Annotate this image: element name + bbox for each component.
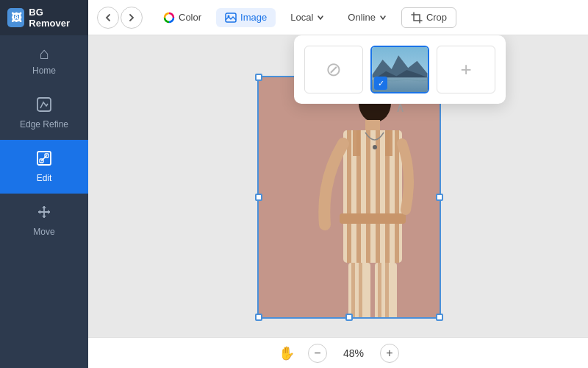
local-chevron-icon	[317, 14, 324, 21]
online-label: Online	[348, 12, 376, 23]
image-slot-mountain[interactable]: ✓	[370, 46, 429, 93]
canvas-area[interactable]: ⊘	[88, 35, 588, 337]
home-icon: ⌂	[39, 46, 49, 62]
check-icon: ✓	[378, 79, 384, 88]
sidebar-item-home[interactable]: ⌂ Home	[0, 35, 88, 86]
zoom-in-icon: +	[386, 347, 392, 360]
svg-rect-21	[395, 130, 399, 263]
toolbar: Color Image Local Online	[88, 0, 588, 35]
handle-bottom-middle[interactable]	[345, 314, 353, 321]
handle-right-middle[interactable]	[436, 194, 443, 201]
local-button[interactable]: Local	[282, 8, 333, 26]
handle-top-left[interactable]	[255, 74, 262, 81]
sidebar-item-move[interactable]: Move	[0, 194, 88, 247]
svg-rect-22	[353, 130, 360, 156]
nav-forward-button[interactable]	[121, 7, 143, 29]
svg-rect-18	[366, 130, 370, 263]
svg-rect-16	[347, 130, 351, 263]
sidebar-item-label: Edge Refine	[20, 119, 68, 130]
nav-controls	[97, 7, 143, 29]
online-button[interactable]: Online	[339, 8, 395, 26]
svg-rect-19	[376, 130, 380, 263]
svg-rect-30	[385, 263, 389, 317]
selected-check-badge: ✓	[374, 77, 387, 90]
sidebar-item-edge-refine[interactable]: Edge Refine	[0, 86, 88, 140]
local-label: Local	[290, 12, 313, 23]
svg-rect-23	[385, 130, 392, 156]
zoom-in-button[interactable]: +	[380, 344, 399, 363]
crop-label: Crop	[426, 12, 447, 23]
popup-arrow: ∧	[395, 101, 405, 114]
image-slot-add[interactable]: +	[437, 46, 495, 93]
nav-back-button[interactable]	[97, 7, 119, 29]
color-button[interactable]: Color	[154, 8, 210, 27]
svg-rect-28	[359, 263, 362, 317]
edge-refine-icon	[36, 96, 52, 116]
empty-slot-icon: ⊘	[326, 58, 342, 81]
zoom-out-icon: −	[314, 347, 320, 360]
image-slot-empty[interactable]: ⊘	[304, 46, 363, 93]
sidebar-item-label: Move	[33, 227, 54, 237]
add-slot-icon: +	[460, 58, 471, 81]
sidebar-item-label: Home	[32, 66, 56, 76]
image-label: Image	[240, 12, 267, 23]
move-icon	[36, 204, 52, 223]
sidebar-item-label: Edit	[37, 173, 52, 183]
hand-tool-button[interactable]: ✋	[277, 344, 296, 363]
person-svg	[259, 77, 440, 317]
online-chevron-icon	[379, 14, 387, 21]
svg-rect-29	[378, 263, 381, 317]
sidebar: 🖼 BG Remover ⌂ Home Edge Refine Edit	[0, 0, 88, 368]
subject-image[interactable]	[257, 76, 441, 319]
svg-point-31	[373, 145, 377, 149]
svg-rect-0	[37, 98, 51, 111]
hand-icon: ✋	[279, 345, 295, 361]
handle-bottom-right[interactable]	[436, 314, 443, 321]
color-label: Color	[179, 12, 201, 23]
zoom-out-button[interactable]: −	[308, 344, 327, 363]
logo-text: BG Remover	[29, 7, 81, 29]
edit-icon	[36, 150, 52, 169]
sidebar-item-edit[interactable]: Edit	[0, 140, 88, 194]
svg-rect-27	[351, 263, 355, 317]
image-button[interactable]: Image	[216, 8, 276, 27]
bottom-bar: ✋ − 48% +	[88, 337, 588, 368]
crop-button[interactable]: Crop	[401, 7, 456, 28]
app-logo: 🖼 BG Remover	[0, 0, 88, 35]
svg-rect-24	[340, 213, 406, 224]
crop-icon	[411, 12, 423, 24]
main-area: Color Image Local Online	[88, 0, 588, 368]
image-popup: ⊘	[294, 35, 506, 104]
zoom-level: 48%	[339, 347, 368, 359]
color-icon	[163, 12, 175, 24]
svg-rect-15	[343, 130, 402, 263]
handle-bottom-left[interactable]	[255, 314, 262, 321]
image-icon	[225, 12, 237, 24]
subject-image-inner	[259, 77, 440, 317]
logo-icon: 🖼	[7, 8, 24, 27]
handle-left-middle[interactable]	[255, 194, 262, 201]
